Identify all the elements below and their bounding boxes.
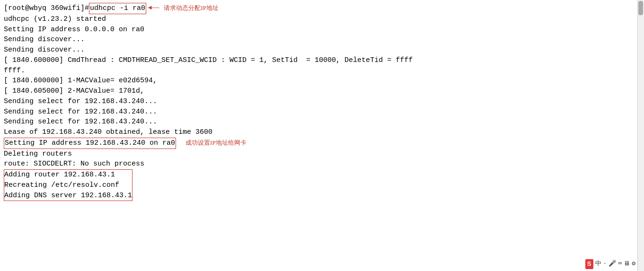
annotation-2: 成功设置IP地址给网卡 bbox=[185, 139, 247, 148]
scrollbar-thumb[interactable] bbox=[638, 1, 643, 15]
terminal-line-10: Sending select for 192.168.43.240... bbox=[4, 96, 640, 107]
tray-mic: 🎤 bbox=[609, 260, 616, 269]
terminal-line-19: Adding DNS server 192.168.43.1 bbox=[4, 191, 132, 201]
terminal-line-18: Recreating /etc/resolv.conf bbox=[4, 180, 132, 191]
terminal-line-14: Setting IP address 192.168.43.240 on ra0… bbox=[4, 138, 640, 149]
arrow-icon: ◄—— bbox=[148, 4, 159, 13]
terminal-line-9: [ 1840.605000] 2-MACValue= 1701d, bbox=[4, 86, 640, 96]
terminal-line-7: ffff. bbox=[4, 66, 640, 76]
terminal-line-17: Adding router 192.168.43.1 bbox=[4, 170, 132, 180]
annotation-1: 请求动态分配IP地址 bbox=[164, 4, 219, 13]
terminal-line-4: Sending discover... bbox=[4, 35, 640, 45]
terminal-line-15: Deleting routers bbox=[4, 149, 640, 159]
terminal-line-13: Lease of 192.168.43.240 obtained, lease … bbox=[4, 127, 640, 138]
command-highlight: udhcpc -i ra0 bbox=[89, 3, 146, 14]
sogou-icon: S bbox=[585, 259, 593, 269]
tray-settings: ⚙ bbox=[632, 260, 635, 269]
tray-dot: · bbox=[603, 260, 607, 269]
terminal-line-16: route: SIOCDELRT: No such process bbox=[4, 159, 640, 169]
terminal-line-6: [ 1840.600000] CmdThread : CMDTHREAD_SET… bbox=[4, 55, 640, 66]
terminal-line-8: [ 1840.600000] 1-MACValue= e02d6594, bbox=[4, 76, 640, 86]
taskbar-tray: S 中 · 🎤 ⌨ 🖥 ⚙ bbox=[585, 259, 635, 269]
tray-lang: 中 bbox=[595, 260, 601, 269]
scrollbar[interactable] bbox=[637, 0, 644, 271]
tray-keyboard: ⌨ bbox=[618, 260, 622, 269]
terminal-line-1: [root@wbyq 360wifi]#udhcpc -i ra0◄——请求动态… bbox=[4, 3, 640, 14]
grouped-box: Adding router 192.168.43.1 Recreating /e… bbox=[4, 169, 132, 201]
terminal-window: [root@wbyq 360wifi]#udhcpc -i ra0◄——请求动态… bbox=[0, 0, 644, 271]
ip-set-highlight: Setting IP address 192.168.43.240 on ra0 bbox=[4, 138, 176, 149]
terminal-line-2: udhcpc (v1.23.2) started bbox=[4, 14, 640, 25]
terminal-line-3: Setting IP address 0.0.0.0 on ra0 bbox=[4, 25, 640, 35]
terminal-line-5: Sending discover... bbox=[4, 45, 640, 55]
terminal-line-12: Sending select for 192.168.43.240... bbox=[4, 117, 640, 127]
tray-network: 🖥 bbox=[624, 260, 630, 269]
terminal-line-11: Sending select for 192.168.43.240... bbox=[4, 107, 640, 117]
line1-prefix: [root@wbyq 360wifi]# bbox=[4, 3, 89, 14]
